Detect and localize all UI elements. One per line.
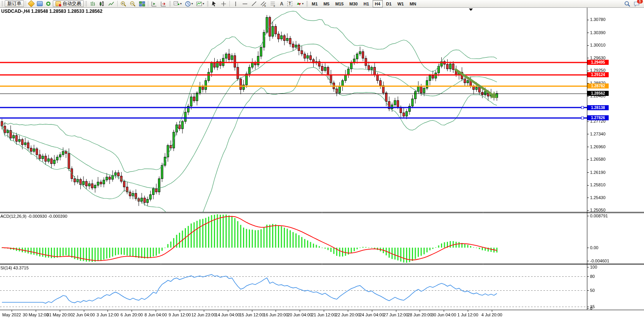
auto-scroll-icon[interactable] — [150, 0, 158, 7]
time-axis-label: 27 Jun 12:00 — [384, 312, 408, 317]
svg-text:E: E — [264, 5, 266, 7]
toolbar-grip[interactable] — [169, 1, 171, 7]
new-chart-button[interactable]: ▾ — [172, 0, 183, 7]
trendline-tool-icon[interactable] — [250, 0, 259, 7]
signals-icon[interactable] — [45, 0, 52, 7]
price-axis-label: 1.29630 — [590, 56, 606, 60]
terminal-icon[interactable] — [36, 0, 44, 7]
time-axis-label: 9 Jun 12:00 — [168, 312, 191, 317]
timeframe-m30[interactable]: M30 — [347, 0, 360, 7]
price-axis-label: 1.30390 — [590, 30, 606, 35]
price-line-tag-1.27826[interactable]: 1.27826 — [587, 115, 609, 120]
time-axis-label: 12 Jun 23:00 — [191, 312, 216, 317]
timeframe-w1[interactable]: W1 — [395, 0, 406, 7]
text-tool-icon[interactable]: A — [278, 0, 285, 7]
periods-button[interactable]: ▾ — [184, 0, 194, 7]
timeframe-m1[interactable]: M1 — [309, 0, 320, 7]
time-axis-label: 15 Jun 12:00 — [240, 312, 264, 317]
time-axis-label: 28 Jun 20:00 — [408, 312, 432, 317]
macd-axis-label: 0.00 — [590, 245, 598, 250]
notification-badge: 1 — [637, 0, 643, 3]
chart-title: USDCAD-,H4 1.28548 1.28583 1.28533 1.285… — [1, 9, 102, 14]
price-axis-label: 1.26960 — [590, 144, 606, 149]
price-line-tag-1.29124[interactable]: 1.29124 — [587, 72, 609, 77]
toolbar-grip[interactable] — [306, 1, 308, 7]
time-axis-label: 21 Jun 12:00 — [311, 312, 336, 317]
templates-button[interactable]: ▾ — [195, 0, 205, 7]
mt4-terminal-window: 新订单 自动交易 — [0, 0, 644, 321]
time-axis-label: 6 Jun 20:00 — [121, 312, 143, 317]
toolbar: 新订单 自动交易 — [0, 0, 644, 8]
vertical-line-tool-icon[interactable] — [231, 0, 240, 7]
price-line-tag-1.28138[interactable]: 1.28138 — [587, 105, 609, 110]
rsi-axis-label: 0 — [590, 306, 592, 311]
notifications-chat-icon[interactable]: 1 — [632, 0, 641, 7]
arrows-tool-button[interactable]: ▾ — [294, 0, 305, 7]
toolbar-grip[interactable] — [85, 1, 87, 7]
timeframe-h1[interactable]: H1 — [361, 0, 371, 7]
time-axis-label: 1 Jul 12:00 — [457, 312, 478, 317]
zoom-out-icon[interactable] — [128, 0, 137, 7]
search-icon[interactable] — [623, 0, 632, 7]
price-line-tag-1.29495[interactable]: 1.29495 — [587, 60, 609, 65]
rsi-axis-label: 50 — [590, 288, 595, 293]
time-axis-label: 8 Jun 04:00 — [144, 312, 167, 317]
toolbar-grip[interactable] — [2, 1, 3, 7]
zoom-in-icon[interactable] — [119, 0, 128, 7]
macd-label: ACD(12,26,9) -0.000930 -0.000390 — [0, 214, 67, 219]
price-line-tag-1.28562[interactable]: 1.28562 — [587, 91, 609, 96]
price-axis-label: 1.26190 — [590, 170, 606, 175]
crosshair-tool-icon[interactable] — [219, 0, 228, 7]
timeframe-h4[interactable]: H4 — [373, 0, 383, 7]
autotrading-button[interactable]: 自动交易 — [53, 0, 84, 7]
cursor-tool-icon[interactable] — [210, 0, 219, 7]
price-axis-label: 1.27340 — [590, 132, 606, 136]
autotrading-icon — [56, 1, 61, 6]
time-axis-label: 20 Jun 04:00 — [287, 312, 312, 317]
toolbar-grip[interactable] — [207, 1, 208, 7]
time-axis-label: 31 May 20:00 — [47, 312, 73, 317]
equidistant-channel-tool-icon[interactable]: E — [259, 0, 268, 7]
tile-windows-icon[interactable] — [138, 0, 146, 7]
price-axis-label: 1.26580 — [590, 157, 606, 161]
price-axis-label: 1.25430 — [590, 195, 606, 200]
rsi-axis-label: 80 — [590, 274, 595, 279]
svg-text:F: F — [274, 5, 275, 7]
rsi-axis-label: 100 — [590, 265, 597, 269]
time-axis-label: 3 Jun 12:00 — [97, 312, 119, 317]
fibonacci-tool-icon[interactable]: F — [269, 0, 277, 7]
price-axis-label: 1.30010 — [590, 43, 606, 47]
time-axis-label: 22 Jun 20:00 — [335, 312, 360, 317]
horizontal-line-tool-icon[interactable] — [241, 0, 249, 7]
toolbar-separator — [229, 1, 230, 7]
timeframe-d1[interactable]: D1 — [384, 0, 394, 7]
price-axis-label: 1.25050 — [590, 208, 606, 212]
line-chart-icon[interactable] — [107, 0, 116, 7]
price-line-tag-1.28782[interactable]: 1.28782 — [587, 83, 609, 88]
time-axis-label: 30 May 12:00 — [23, 312, 49, 317]
time-axis-label: 2 Jun 04:00 — [73, 312, 95, 317]
candlestick-chart-icon[interactable] — [98, 0, 106, 7]
chart-shift-icon[interactable] — [159, 0, 168, 7]
time-axis-label: 4 Jul 20:00 — [481, 312, 502, 317]
price-axis-label: 1.30780 — [590, 17, 606, 22]
text-label-tool-icon[interactable]: T — [286, 0, 293, 7]
time-axis-label: 30 Jun 04:00 — [431, 312, 456, 317]
time-axis-label: 14 Jun 04:00 — [215, 312, 240, 317]
rsi-label: SI(14) 43.3715 — [0, 265, 29, 270]
market-watch-icon[interactable] — [28, 0, 35, 7]
bar-chart-icon[interactable] — [89, 0, 97, 7]
macd-axis-label: 0.008791 — [590, 213, 608, 218]
chart-canvas[interactable] — [0, 0, 644, 321]
new-order-button[interactable]: 新订单 — [5, 0, 24, 7]
toolbar-separator — [26, 1, 26, 7]
macd-axis-label: -0.004601 — [590, 259, 609, 263]
timeframe-m15[interactable]: M15 — [333, 0, 346, 7]
timeframe-toolbar: M1M5M15M30H1H4D1W1MN — [309, 0, 418, 7]
timeframe-mn[interactable]: MN — [407, 0, 418, 7]
time-axis-label: 24 Jun 04:00 — [359, 312, 384, 317]
time-axis-label: 16 Jun 20:00 — [264, 312, 288, 317]
toolbar-separator — [148, 1, 148, 7]
toolbar-separator — [117, 1, 118, 7]
timeframe-m5[interactable]: M5 — [321, 0, 332, 7]
